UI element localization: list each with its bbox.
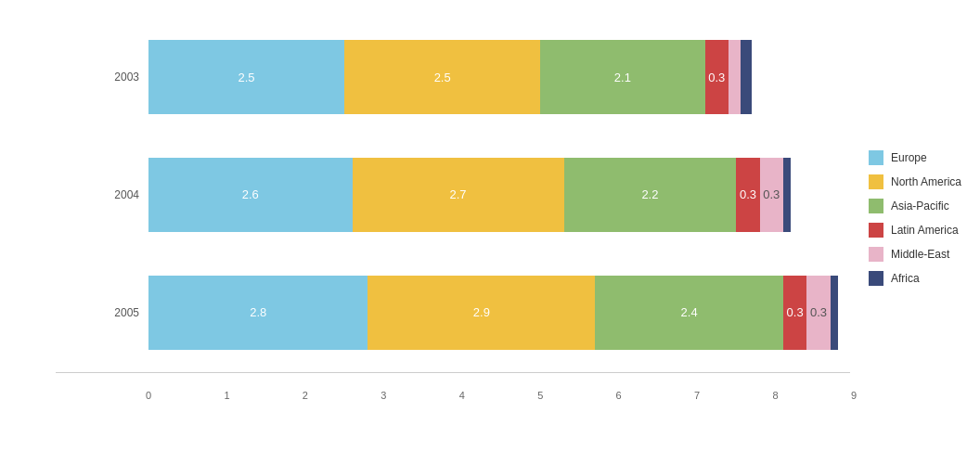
bar-track: 2.82.92.40.30.3 bbox=[148, 276, 838, 350]
legend-item-africa: Africa bbox=[869, 271, 971, 286]
x-tick-9: 9 bbox=[851, 390, 857, 401]
bar-segment-asia_pacific: 2.1 bbox=[540, 40, 704, 114]
x-tick-6: 6 bbox=[616, 390, 622, 401]
legend-label-north_america: North America bbox=[891, 175, 961, 188]
bar-track: 2.62.72.20.30.3 bbox=[148, 158, 791, 232]
chart-container: 20032.52.52.10.320042.62.72.20.30.320052… bbox=[0, 0, 980, 464]
legend-label-africa: Africa bbox=[891, 272, 920, 285]
bars-wrapper: 20032.52.52.10.320042.62.72.20.30.320052… bbox=[102, 19, 850, 408]
bar-segment-north_america: 2.9 bbox=[368, 276, 595, 350]
legend-color-north_america bbox=[869, 174, 883, 189]
x-tick-8: 8 bbox=[772, 390, 778, 401]
legend-label-latin_america: Latin America bbox=[891, 224, 959, 237]
legend-color-middle_east bbox=[869, 247, 883, 262]
bar-segment-north_america: 2.7 bbox=[353, 158, 564, 232]
x-tick-3: 3 bbox=[380, 390, 386, 401]
bar-row-2005: 20052.82.92.40.30.3 bbox=[102, 276, 850, 350]
bar-segment-europe: 2.6 bbox=[148, 158, 353, 232]
legend: EuropeNorth AmericaAsia-PacificLatin Ame… bbox=[850, 19, 971, 408]
bar-segment-africa bbox=[741, 40, 753, 114]
bar-segment-latin_america: 0.3 bbox=[705, 40, 729, 114]
bar-segment-asia_pacific: 2.4 bbox=[595, 276, 783, 350]
year-label: 2005 bbox=[102, 306, 139, 319]
x-tick-0: 0 bbox=[146, 390, 151, 401]
legend-color-latin_america bbox=[869, 223, 883, 238]
bar-segment-africa bbox=[831, 276, 838, 350]
bar-segment-north_america: 2.5 bbox=[344, 40, 540, 114]
x-tick-7: 7 bbox=[694, 390, 700, 401]
bar-segment-middle_east: 0.3 bbox=[806, 276, 830, 350]
legend-item-north_america: North America bbox=[869, 174, 971, 189]
bar-segment-middle_east bbox=[729, 40, 741, 114]
bar-row-2004: 20042.62.72.20.30.3 bbox=[102, 158, 850, 232]
year-label: 2004 bbox=[102, 188, 139, 201]
legend-item-europe: Europe bbox=[869, 150, 971, 165]
x-axis-line bbox=[56, 372, 850, 373]
year-label: 2003 bbox=[102, 71, 139, 84]
x-tick-4: 4 bbox=[459, 390, 465, 401]
legend-label-asia_pacific: Asia-Pacific bbox=[891, 200, 949, 213]
legend-color-africa bbox=[869, 271, 883, 286]
legend-color-asia_pacific bbox=[869, 199, 883, 213]
x-tick-2: 2 bbox=[303, 390, 308, 401]
bar-segment-latin_america: 0.3 bbox=[736, 158, 759, 232]
x-tick-5: 5 bbox=[537, 390, 543, 401]
bar-segment-africa bbox=[783, 158, 791, 232]
legend-color-europe bbox=[869, 150, 883, 165]
bar-track: 2.52.52.10.3 bbox=[148, 40, 752, 114]
bar-segment-europe: 2.8 bbox=[148, 276, 368, 350]
bar-segment-middle_east: 0.3 bbox=[760, 158, 783, 232]
bar-segment-latin_america: 0.3 bbox=[783, 276, 806, 350]
bar-row-2003: 20032.52.52.10.3 bbox=[102, 40, 850, 114]
legend-label-europe: Europe bbox=[891, 151, 927, 164]
bar-segment-asia_pacific: 2.2 bbox=[564, 158, 737, 232]
x-tick-1: 1 bbox=[224, 390, 229, 401]
legend-item-asia_pacific: Asia-Pacific bbox=[869, 199, 971, 213]
legend-label-middle_east: Middle-East bbox=[891, 248, 949, 261]
legend-item-latin_america: Latin America bbox=[869, 223, 971, 238]
legend-item-middle_east: Middle-East bbox=[869, 247, 971, 262]
bar-segment-europe: 2.5 bbox=[148, 40, 344, 114]
